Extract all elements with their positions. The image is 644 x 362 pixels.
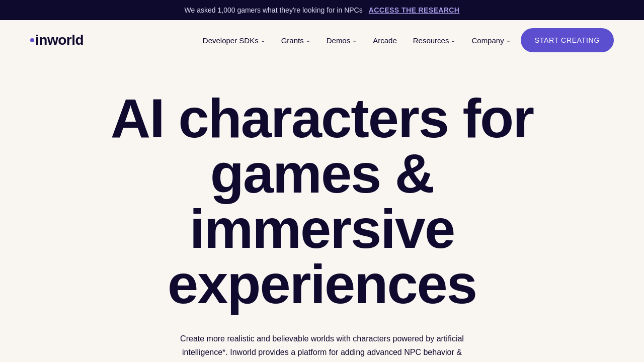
nav-label-developer-sdks: Developer SDKs bbox=[203, 36, 259, 45]
chevron-down-icon: ⌄ bbox=[506, 37, 511, 44]
banner-link[interactable]: ACCESS THE RESEARCH bbox=[369, 6, 460, 14]
nav-label-grants: Grants bbox=[281, 36, 304, 45]
nav-label-arcade: Arcade bbox=[373, 36, 397, 45]
nav-label-demos: Demos bbox=[327, 36, 351, 45]
start-creating-button[interactable]: START CREATING bbox=[521, 28, 614, 52]
hero-title-line4: experiences bbox=[168, 253, 476, 315]
hero-title-line1: AI characters for bbox=[111, 87, 533, 149]
nav-item-grants[interactable]: Grants ⌄ bbox=[275, 32, 316, 49]
nav-label-company: Company bbox=[471, 36, 504, 45]
nav-item-developer-sdks[interactable]: Developer SDKs ⌄ bbox=[197, 32, 271, 49]
hero-description: Create more realistic and believable wor… bbox=[174, 332, 470, 362]
banner-text: We asked 1,000 gamers what they're looki… bbox=[185, 6, 363, 14]
nav-item-resources[interactable]: Resources ⌄ bbox=[407, 32, 462, 49]
nav-item-cta[interactable]: START CREATING bbox=[521, 28, 614, 52]
logo-text: inworld bbox=[30, 32, 84, 48]
nav-links: Developer SDKs ⌄ Grants ⌄ Demos ⌄ Arcade… bbox=[197, 28, 614, 52]
chevron-down-icon: ⌄ bbox=[306, 37, 310, 44]
hero-section: AI characters for games & immersive expe… bbox=[0, 60, 644, 362]
nav-label-resources: Resources bbox=[413, 36, 449, 45]
nav-item-arcade[interactable]: Arcade bbox=[367, 32, 403, 49]
hero-title-line2: games & bbox=[210, 142, 434, 204]
logo-dot bbox=[30, 38, 34, 42]
logo[interactable]: inworld bbox=[30, 32, 84, 48]
hero-title: AI characters for games & immersive expe… bbox=[111, 90, 533, 312]
hero-title-line3: immersive bbox=[190, 198, 454, 259]
nav-item-demos[interactable]: Demos ⌄ bbox=[320, 32, 363, 49]
top-banner: We asked 1,000 gamers what they're looki… bbox=[0, 0, 644, 20]
chevron-down-icon: ⌄ bbox=[352, 37, 357, 44]
chevron-down-icon: ⌄ bbox=[261, 37, 265, 44]
navbar: inworld Developer SDKs ⌄ Grants ⌄ Demos … bbox=[0, 20, 644, 60]
chevron-down-icon: ⌄ bbox=[451, 37, 455, 44]
nav-item-company[interactable]: Company ⌄ bbox=[465, 32, 516, 49]
